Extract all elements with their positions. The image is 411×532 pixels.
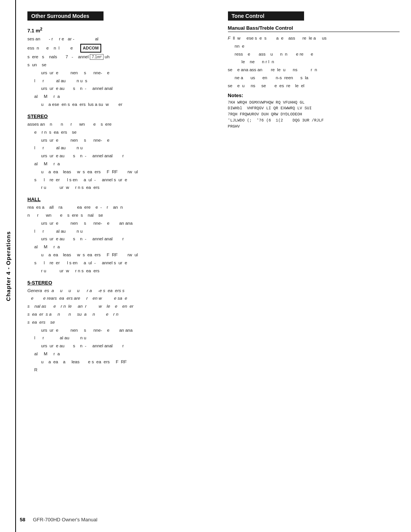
notes-text-2: DIWHbl VHFRQGV LI QR EXWWRQ LV SUI	[228, 105, 400, 112]
5-stereo-line-3: s nal as e r n le an r w le e en er	[27, 303, 217, 310]
7-1-line-9: u a ese en s ea ers lus a su w er	[27, 101, 217, 108]
left-section-header: Other Surround Modes	[27, 11, 104, 21]
stereo-label: STEREO	[27, 113, 217, 119]
tone-line-6: ne a us en n-s reen s la	[228, 75, 400, 81]
5-stereo-line-5: s ea ers se	[27, 319, 217, 326]
tone-line-2: nn e	[228, 43, 400, 50]
stereo-line-9: r u ur w r n s ea ers	[27, 184, 217, 191]
7-1-line-5: urs ur e nen s nne- e	[27, 70, 217, 77]
5-stereo-line-6: urs ur e nen s nne- e an ana	[27, 327, 217, 334]
7-1-line-3: s ere s nals 7 - annel 7.1m² uh	[27, 54, 217, 61]
stereo-line-8: s l re er l s en a ul - annel s ur e	[27, 177, 217, 184]
notes-text-4: 'LJLWDO (; '76 (6 1(2 DQG 3UR /RJLF	[228, 118, 400, 124]
notes-text-5: PRGHV	[228, 124, 400, 130]
manual-bass-treble-header: Manual Bass/Treble Control	[228, 25, 400, 32]
side-tab-label: Chapter 4 - Operations	[5, 231, 11, 301]
5-stereo-line-4: s ea er s a n n su a n e r n	[27, 311, 217, 318]
5-stereo-line-7: l r al au n u	[27, 335, 217, 342]
7-1-line-7: urs ur e au s n - annel anal	[27, 85, 217, 92]
hall-line-5: urs ur e au s n - annel anal r	[27, 236, 217, 243]
7-1-line-4: s un se	[27, 62, 217, 69]
right-column: Tone Control Manual Bass/Treble Control …	[228, 11, 400, 374]
stereo-line-6: al M r a	[27, 161, 217, 168]
stereo-line-5: urs ur e au s n - annel anal r	[27, 153, 217, 160]
7-1-line-2: ess n e n l e ADCOM	[27, 44, 217, 53]
hall-line-9: r u ur w r n s ea ers	[27, 268, 217, 275]
5-stereo-label: 5-STEREO	[27, 280, 217, 286]
hall-line-2: n r wn e s ere s nal se	[27, 212, 217, 219]
tone-line-7: se e u ns se e es re le el	[228, 83, 400, 89]
side-tab-line	[15, 0, 16, 532]
7-1-line-1: ses an - r r e ar - al	[27, 36, 217, 43]
5-stereo-line-11: R	[27, 367, 217, 374]
hall-line-8: s l re er l s en a ul - annel s ur e	[27, 260, 217, 267]
7-1-title: 7.1 m2	[27, 27, 217, 34]
5-stereo-line-10: u a ea a leas e s ea ers F RF	[27, 359, 217, 366]
main-content: Other Surround Modes 7.1 m2 ses an - r r…	[20, 0, 411, 386]
stereo-line-7: u a ea leas w s ea ers F RF rw ul	[27, 169, 217, 176]
hall-line-4: l r al au n u	[27, 228, 217, 235]
side-tab: Chapter 4 - Operations	[0, 0, 16, 532]
manual-title: GFR-700HD Owner's Manual	[33, 517, 97, 522]
left-column: Other Surround Modes 7.1 m2 ses an - r r…	[27, 11, 217, 374]
notes-text-1: 7KH WRQH DGMXVWPHQW RQ VFUHHQ GL	[228, 100, 400, 106]
stereo-line-2: e r n s ea ers se	[27, 129, 217, 136]
stereo-line-4: l r al au n u	[27, 145, 217, 152]
7-1-line-8: al M r a	[27, 93, 217, 100]
5-stereo-line-1: Genera es a u u u r a -e s ea ers s	[27, 288, 217, 294]
two-column-layout: Other Surround Modes 7.1 m2 ses an - r r…	[27, 11, 400, 374]
hall-line-6: al M r a	[27, 244, 217, 251]
stereo-line-1: asses an n n r wn e s ere	[27, 121, 217, 128]
adcom-logo: ADCOM	[80, 44, 102, 53]
5-stereo-line-9: al M r a	[27, 351, 217, 358]
notes-label: Notes:	[228, 93, 400, 98]
hall-line-1: rea es a all ra ea ere e - r an n	[27, 204, 217, 211]
hall-line-7: u a ea leas w s ea ers F RF rw ul	[27, 252, 217, 259]
footer: 58 GFR-700HD Owner's Manual	[20, 517, 400, 522]
tone-line-4: le ne n r l n	[228, 59, 400, 66]
5-stereo-line-2: e e rears ea ers are r en w e sa e	[27, 295, 217, 302]
notes-text-3: 7RQH FRQWUROV DUH QRW DYDLODEOH	[228, 112, 400, 118]
right-section-header: Tone Control	[228, 11, 304, 21]
7-1-line-6: l r al au n u s	[27, 78, 217, 85]
hall-label: HALL	[27, 197, 217, 202]
stereo-line-3: urs ur e nen s nne- e	[27, 137, 217, 144]
5-stereo-line-8: urs ur e au s n - annel anal r	[27, 343, 217, 350]
tone-line-3: ress e ass u n n e re e	[228, 51, 400, 58]
page-number: 58	[20, 517, 25, 522]
tone-line-5: se e ana ass an re le u ns r n	[228, 67, 400, 73]
hall-line-3: urs ur e nen s nne- e an ana	[27, 220, 217, 227]
tone-line-1: F ll w ese s e s a e ass re le a us	[228, 35, 400, 42]
